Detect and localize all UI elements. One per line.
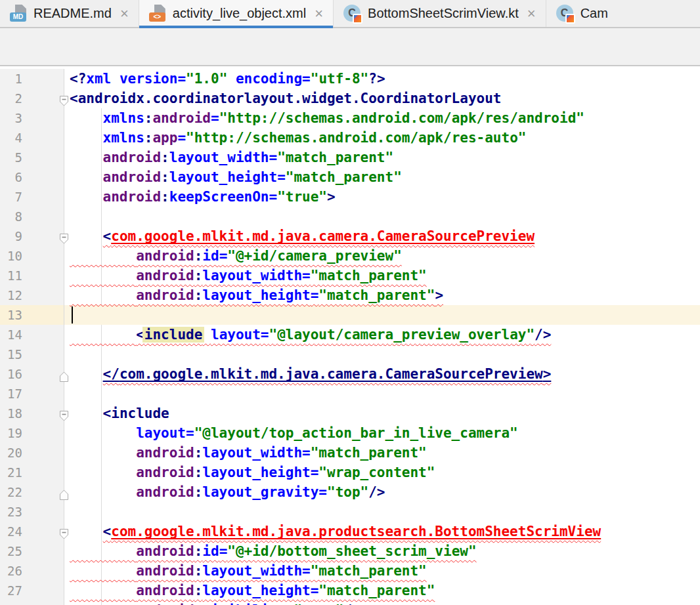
line-number: 1 (0, 69, 22, 89)
code-line[interactable]: 3 xmlns:android="http://schemas.android.… (0, 108, 700, 128)
code-line[interactable]: 15 (0, 344, 700, 364)
code-token: "match_parent" (311, 563, 427, 579)
close-icon[interactable]: × (315, 7, 323, 21)
code-line[interactable]: 4 xmlns:app="http://schemas.android.com/… (0, 128, 700, 148)
code-token: androidx.coordinatorlayout.widget.Coordi… (78, 91, 502, 106)
gutter-cell: 15 (0, 344, 64, 364)
code-token: com.google.mlkit.md.java.camera.CameraSo… (120, 366, 543, 382)
line-number: 23 (0, 502, 22, 522)
code-line[interactable]: 11 android:layout_width="match_parent" (0, 266, 700, 285)
gutter-cell: 4 (0, 128, 64, 148)
code-line[interactable]: 2<androidx.coordinatorlayout.widget.Coor… (0, 89, 700, 108)
code-token (227, 71, 236, 87)
gutter-cell: 21 (0, 463, 64, 482)
line-number: 19 (0, 423, 22, 443)
code-line[interactable]: 9 <com.google.mlkit.md.java.camera.Camer… (0, 226, 700, 246)
code-line[interactable]: 23 (0, 502, 700, 522)
code-token: layout_height (202, 287, 310, 303)
code-line[interactable]: 13 (0, 305, 700, 325)
code-line[interactable]: 18 <include (0, 404, 700, 423)
code-token: : (194, 602, 203, 605)
code-token: android (136, 287, 194, 303)
code-token (70, 602, 136, 605)
code-token: layout_width (202, 445, 302, 461)
code-token: : (194, 445, 203, 461)
code-token: layout_width (169, 150, 269, 165)
code-line[interactable]: 14 <include layout="@layout/camera_previ… (0, 325, 700, 344)
code-token: android (136, 445, 194, 461)
code-token: = (302, 268, 311, 283)
code-line[interactable]: 25 android:id="@+id/bottom_sheet_scrim_v… (0, 541, 700, 561)
code-line[interactable]: 12 android:layout_height="match_parent"> (0, 285, 700, 305)
gutter-cell: 17 (0, 384, 64, 404)
code-token: id (202, 543, 219, 559)
code-token: = (269, 189, 277, 205)
gutter-cell: 28 (0, 600, 64, 605)
code-line[interactable]: 1<?xml version="1.0" encoding="utf-8"?> (0, 69, 700, 89)
code-line[interactable]: 28 android:visibility="gone"/> (0, 600, 700, 605)
code-line[interactable]: 10 android:id="@+id/camera_preview" (0, 246, 700, 266)
code-line[interactable]: 21 android:layout_height="wrap_content" (0, 463, 700, 482)
code-token: xml (86, 71, 111, 87)
code-token (70, 543, 136, 559)
code-token: : (194, 563, 203, 579)
code-token: : (194, 268, 203, 283)
code-token: /> (535, 327, 551, 343)
code-token: "match_parent" (277, 150, 393, 165)
line-number: 4 (0, 128, 22, 148)
line-number: 26 (0, 561, 22, 581)
error-wave-span: android:layout_height="match_parent" (70, 583, 435, 598)
line-number: 24 (0, 522, 22, 541)
code-line[interactable]: 16 </com.google.mlkit.md.java.camera.Cam… (0, 364, 700, 384)
code-line[interactable]: 19 layout="@layout/top_action_bar_in_liv… (0, 423, 700, 443)
code-token: "match_parent" (311, 268, 427, 283)
code-token (70, 189, 103, 205)
editor-tab-4[interactable]: CCam (546, 0, 700, 27)
editor-tab-2[interactable]: <>activity_live_object.xml× (139, 0, 334, 27)
code-token (111, 71, 120, 87)
line-number: 15 (0, 344, 22, 364)
code-token: = (302, 445, 311, 461)
code-token (70, 169, 103, 185)
close-icon[interactable]: × (527, 7, 536, 21)
code-token: = (177, 71, 186, 87)
code-token: include (111, 406, 169, 421)
code-line[interactable]: 26 android:layout_width="match_parent" (0, 561, 700, 581)
code-line[interactable]: 27 android:layout_height="match_parent" (0, 581, 700, 600)
code-editor[interactable]: 1<?xml version="1.0" encoding="utf-8"?>2… (0, 66, 700, 605)
code-token: /> (368, 484, 385, 500)
gutter-cell: 3 (0, 108, 64, 128)
error-wave-span: android:id="@+id/bottom_sheet_scrim_view… (70, 543, 477, 559)
line-number: 3 (0, 108, 22, 128)
error-wave-span: android:visibility="gone"/> (70, 602, 361, 605)
code-line[interactable]: 5 android:layout_width="match_parent" (0, 148, 700, 167)
code-token: "true" (277, 189, 327, 205)
code-line[interactable]: 7 android:keepScreenOn="true"> (0, 187, 700, 207)
gutter-cell: 10 (0, 246, 64, 266)
code-token: = (311, 465, 319, 480)
code-line[interactable]: 6 android:layout_height="match_parent" (0, 167, 700, 187)
code-token: android (136, 583, 194, 598)
code-line[interactable]: 8 (0, 207, 700, 226)
code-token: layout (211, 327, 261, 343)
code-token: : (194, 465, 203, 480)
code-token: = (311, 287, 319, 303)
code-token (70, 130, 103, 146)
kotlin-class-icon: C (343, 5, 362, 23)
close-icon[interactable]: × (120, 7, 129, 21)
editor-tab-1[interactable]: MDREADME.md× (0, 0, 139, 27)
error-wave-span: android:id="@+id/camera_preview" (70, 248, 402, 264)
editor-tab-3[interactable]: CBottomSheetScrimView.kt× (334, 0, 546, 27)
code-token: id (202, 248, 219, 264)
code-line[interactable]: 24 <com.google.mlkit.md.java.productsear… (0, 522, 700, 541)
gutter-cell: 23 (0, 502, 64, 522)
gutter-cell: 7 (0, 187, 64, 207)
code-line[interactable]: 17 (0, 384, 700, 404)
code-token: encoding (236, 71, 302, 87)
code-line[interactable]: 20 android:layout_width="match_parent" (0, 443, 700, 463)
gutter-cell: 9 (0, 226, 64, 246)
code-line[interactable]: 22 android:layout_gravity="top"/> (0, 482, 700, 502)
code-token: "@layout/top_action_bar_in_live_camera" (194, 425, 518, 441)
code-token: android (152, 110, 211, 126)
gutter-cell: 16 (0, 364, 64, 384)
